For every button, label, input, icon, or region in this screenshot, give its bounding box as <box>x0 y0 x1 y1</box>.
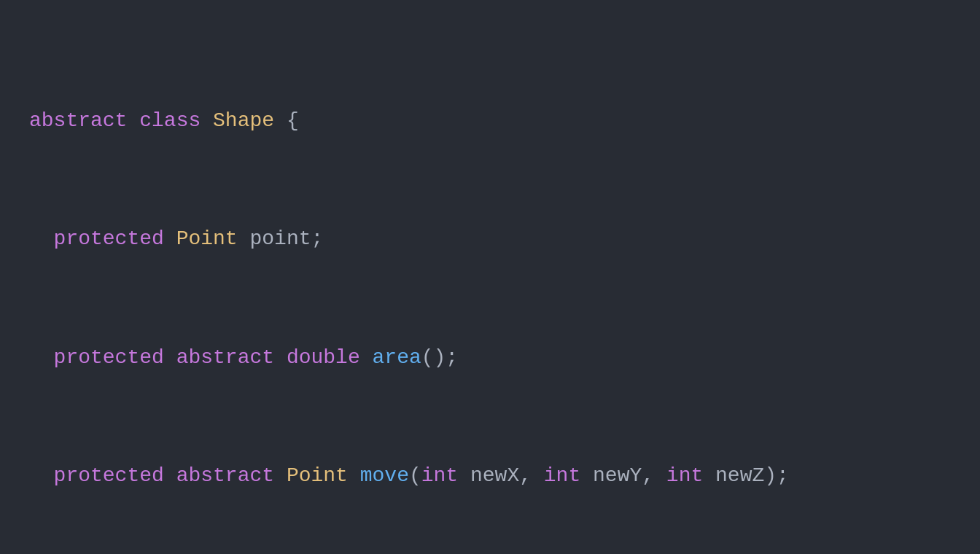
token-point-1: Point <box>176 227 238 250</box>
token-abstract: abstract <box>29 109 127 132</box>
token-area-1: area <box>373 346 421 369</box>
code-line-4: protected abstract Point move(int newX, … <box>29 461 951 491</box>
token-int-3: int <box>666 464 703 487</box>
code-line-2: protected Point point; <box>29 225 951 254</box>
token-protected-3: protected <box>54 464 164 487</box>
token-int-2: int <box>544 464 580 487</box>
token-abstract-2: abstract <box>176 346 274 369</box>
token-abstract-3: abstract <box>176 464 274 487</box>
token-protected-1: protected <box>54 227 164 250</box>
token-protected-2: protected <box>54 346 164 369</box>
code-line-3: protected abstract double area(); <box>29 343 951 373</box>
token-int-1: int <box>421 464 458 487</box>
token-double-1: double <box>287 346 360 369</box>
code-line-1: abstract class Shape { <box>29 106 951 136</box>
token-class: class <box>139 109 201 132</box>
code-editor: abstract class Shape { protected Point p… <box>0 0 980 554</box>
token-move-1: move <box>360 464 409 487</box>
token-shape: Shape <box>213 109 274 132</box>
token-point-2: Point <box>287 464 348 487</box>
